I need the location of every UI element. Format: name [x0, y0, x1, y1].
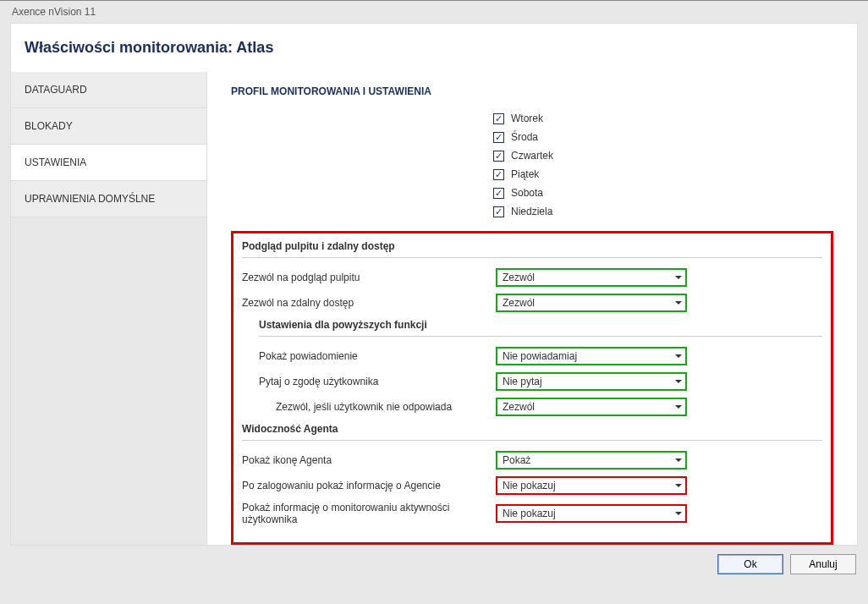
- label-allow-remote-access: Zezwól na zdalny dostęp: [242, 297, 496, 309]
- dropdown-value: Pokaż: [503, 454, 530, 466]
- group-title-remote: Podgląd pulpitu i zdalny dostęp: [242, 240, 822, 258]
- label-allow-if-no-response: Zezwól, jeśli użytkownik nie odpowiada: [242, 401, 496, 413]
- day-label: Niedziela: [511, 206, 552, 217]
- chevron-down-icon: [675, 512, 682, 515]
- titlebar: Axence nVision 11: [0, 1, 868, 23]
- highlighted-section: Podgląd pulpitu i zdalny dostęp Zezwól n…: [231, 231, 833, 545]
- sidebar-item-uprawnienia[interactable]: UPRAWNIENIA DOMYŚLNE: [11, 181, 206, 217]
- group-title-agent-visibility: Widoczność Agenta: [242, 423, 822, 441]
- group-title-settings-above: Ustawienia dla powyższych funkcji: [259, 319, 822, 337]
- page-title: Właściwości monitorowania: Atlas: [25, 39, 843, 57]
- chevron-down-icon: [675, 354, 682, 358]
- dropdown-allow-remote-access[interactable]: Zezwól: [496, 294, 687, 312]
- checkbox-sroda[interactable]: ✓: [493, 132, 504, 143]
- sidebar-item-dataguard[interactable]: DATAGUARD: [11, 72, 206, 108]
- dropdown-value: Zezwól: [503, 272, 535, 283]
- dialog-header: Właściwości monitorowania: Atlas: [10, 23, 858, 72]
- days-list: ✓Wtorek ✓Środa ✓Czwartek ✓Piątek ✓Sobota…: [493, 113, 833, 217]
- label-show-agent-icon: Pokaż ikonę Agenta: [242, 454, 496, 466]
- dropdown-value: Nie pokazuj: [503, 508, 556, 519]
- dialog-footer: Ok Anuluj: [0, 546, 868, 583]
- day-label: Czwartek: [511, 150, 553, 162]
- dropdown-value: Zezwól: [503, 401, 535, 413]
- day-label: Wtorek: [511, 113, 543, 124]
- checkbox-wtorek[interactable]: ✓: [493, 113, 504, 124]
- dropdown-value: Zezwól: [503, 297, 535, 309]
- day-label: Sobota: [511, 187, 543, 199]
- checkbox-czwartek[interactable]: ✓: [493, 151, 504, 162]
- dropdown-value: Nie powiadamiaj: [503, 350, 577, 362]
- label-ask-user-consent: Pytaj o zgodę użytkownika: [242, 376, 496, 387]
- sidebar-item-ustawienia[interactable]: USTAWIENIA: [11, 145, 206, 181]
- section-title: PROFIL MONITOROWANIA I USTAWIENIA: [231, 85, 833, 97]
- ok-button[interactable]: Ok: [717, 554, 783, 574]
- dropdown-value: Nie pytaj: [503, 376, 542, 387]
- chevron-down-icon: [675, 484, 682, 487]
- chevron-down-icon: [675, 301, 682, 305]
- day-label: Piątek: [511, 168, 539, 180]
- chevron-down-icon: [675, 458, 682, 462]
- sidebar: DATAGUARD BLOKADY USTAWIENIA UPRAWNIENIA…: [11, 72, 207, 545]
- dropdown-show-monitoring-info[interactable]: Nie pokazuj: [496, 504, 687, 523]
- checkbox-piatek[interactable]: ✓: [493, 169, 504, 180]
- label-show-notification: Pokaż powiadomienie: [242, 350, 496, 362]
- label-show-agent-info-login: Po zalogowaniu pokaż informację o Agenci…: [242, 480, 496, 491]
- sidebar-item-blokady[interactable]: BLOKADY: [11, 108, 206, 145]
- checkbox-sobota[interactable]: ✓: [493, 188, 504, 199]
- dropdown-allow-desktop-preview[interactable]: Zezwól: [496, 268, 687, 287]
- dropdown-value: Nie pokazuj: [503, 480, 556, 491]
- dropdown-show-agent-info-login[interactable]: Nie pokazuj: [496, 476, 687, 495]
- label-allow-desktop-preview: Zezwól na podgląd pulpitu: [242, 272, 496, 283]
- chevron-down-icon: [675, 405, 682, 409]
- chevron-down-icon: [675, 380, 682, 383]
- dropdown-show-agent-icon[interactable]: Pokaż: [496, 451, 687, 469]
- chevron-down-icon: [675, 276, 682, 279]
- checkbox-niedziela[interactable]: ✓: [493, 206, 504, 217]
- dropdown-allow-if-no-response[interactable]: Zezwól: [496, 398, 687, 416]
- main-panel: PROFIL MONITOROWANIA I USTAWIENIA ✓Wtore…: [207, 72, 857, 545]
- dropdown-ask-user-consent[interactable]: Nie pytaj: [496, 372, 687, 391]
- label-show-monitoring-info: Pokaż informację o monitorowaniu aktywno…: [242, 502, 496, 525]
- dropdown-show-notification[interactable]: Nie powiadamiaj: [496, 347, 687, 365]
- day-label: Środa: [511, 131, 538, 143]
- cancel-button[interactable]: Anuluj: [790, 554, 856, 574]
